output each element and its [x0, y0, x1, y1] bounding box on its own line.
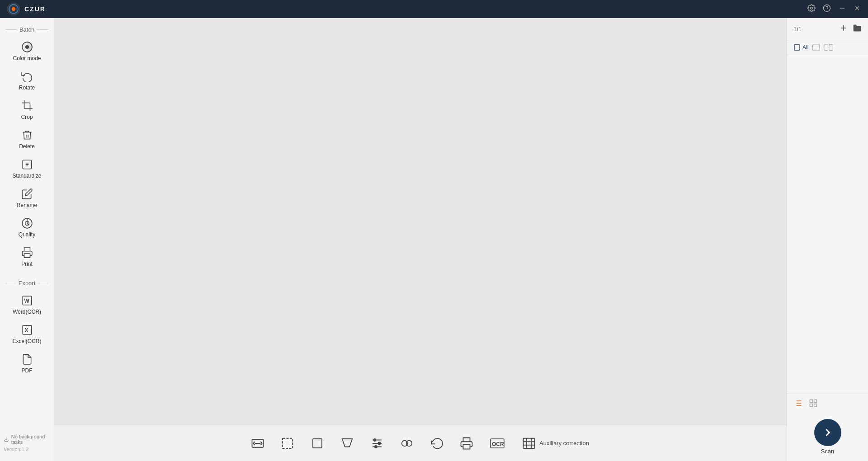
- help-icon[interactable]: [823, 4, 831, 14]
- app-logo: [7, 3, 20, 15]
- sidebar-item-word-ocr[interactable]: W Word(OCR): [0, 290, 54, 320]
- sidebar-item-standardize[interactable]: Standardize: [0, 154, 54, 183]
- minimize-icon[interactable]: [838, 4, 846, 14]
- sidebar-item-quality[interactable]: Quality: [0, 213, 54, 242]
- undo-button[interactable]: [426, 434, 447, 453]
- print-tool-icon: [460, 437, 473, 450]
- fit-width-icon: [251, 437, 264, 450]
- delete-icon: [21, 129, 33, 141]
- svg-rect-43: [813, 45, 820, 50]
- sidebar-item-label-standardize: Standardize: [12, 173, 41, 179]
- fit-width-button[interactable]: [247, 434, 268, 453]
- grid-view-button[interactable]: [809, 399, 818, 410]
- sidebar-item-label-color-mode: Color mode: [13, 55, 41, 61]
- svg-text:W: W: [24, 298, 29, 304]
- view-filter-all-button[interactable]: All: [793, 44, 808, 51]
- download-icon: [4, 436, 9, 442]
- combine-button[interactable]: [396, 434, 417, 453]
- svg-point-10: [25, 46, 28, 49]
- right-panel-header-icons: [839, 24, 862, 34]
- view-filter: All: [787, 40, 868, 55]
- auxiliary-correction-icon: [522, 437, 536, 450]
- close-icon[interactable]: [854, 5, 861, 14]
- pdf-icon: [21, 353, 33, 365]
- svg-rect-23: [313, 439, 322, 448]
- sidebar-item-print[interactable]: Print: [0, 242, 54, 272]
- sidebar-item-label-excel-ocr: Excel(OCR): [12, 338, 41, 344]
- svg-text:OCR: OCR: [492, 441, 504, 447]
- view-filter-single-button[interactable]: [812, 44, 820, 51]
- bottom-toolbar: OCR Auxiliary correction: [54, 425, 787, 461]
- selection-button[interactable]: [277, 434, 298, 453]
- excel-ocr-icon: X: [21, 324, 33, 336]
- export-label: Export: [19, 280, 36, 287]
- right-panel-header: 1/1: [787, 18, 868, 40]
- right-panel: 1/1 All: [787, 18, 868, 461]
- settings-icon[interactable]: [807, 4, 816, 14]
- page-counter: 1/1: [793, 26, 802, 33]
- no-background-tasks-text: No background tasks: [11, 434, 50, 445]
- background-tasks-status: No background tasks: [4, 434, 50, 445]
- word-ocr-icon: W: [21, 295, 33, 306]
- sidebar-item-crop[interactable]: Crop: [0, 95, 54, 125]
- undo-icon: [430, 437, 443, 450]
- svg-point-29: [375, 446, 377, 448]
- svg-rect-22: [283, 438, 293, 448]
- auxiliary-correction-button[interactable]: Auxiliary correction: [518, 434, 594, 453]
- scan-button[interactable]: [814, 419, 841, 446]
- sidebar-item-pdf[interactable]: PDF: [0, 349, 54, 378]
- adjust-button[interactable]: [367, 434, 387, 453]
- list-view-button[interactable]: [793, 399, 802, 410]
- quality-icon: [21, 217, 33, 229]
- sidebar-item-delete[interactable]: Delete: [0, 125, 54, 154]
- sidebar-footer: No background tasks Version:1.2: [0, 429, 54, 456]
- perspective-button[interactable]: [337, 434, 358, 453]
- svg-point-2: [12, 7, 15, 11]
- svg-rect-42: [794, 45, 800, 50]
- svg-point-28: [378, 442, 381, 444]
- ocr-icon: OCR: [490, 437, 505, 450]
- scan-container: Scan: [787, 414, 868, 461]
- sidebar-item-label-word-ocr: Word(OCR): [13, 309, 41, 315]
- sidebar-item-rotate[interactable]: Rotate: [0, 66, 54, 95]
- version-text: Version:1.2: [4, 447, 50, 452]
- right-panel-footer: [787, 394, 868, 414]
- standardize-icon: [21, 159, 33, 170]
- sidebar-item-label-crop: Crop: [21, 114, 33, 120]
- combine-icon: [400, 437, 414, 450]
- sidebar-item-label-rename: Rename: [17, 202, 37, 208]
- sidebar-item-label-quality: Quality: [19, 231, 35, 238]
- svg-rect-44: [824, 45, 828, 51]
- rotate-icon: [21, 71, 33, 82]
- folder-icon[interactable]: [853, 24, 862, 34]
- svg-rect-14: [24, 254, 30, 258]
- batch-line-right: [37, 29, 48, 30]
- view-all-label: All: [802, 44, 808, 51]
- batch-line-left: [5, 29, 17, 30]
- svg-rect-35: [524, 438, 535, 448]
- crop-tool-button[interactable]: [307, 434, 328, 453]
- view-dual-icon: [824, 44, 834, 51]
- export-section-label: Export: [0, 276, 54, 290]
- batch-label: Batch: [19, 26, 34, 33]
- print-tool-button[interactable]: [456, 434, 477, 453]
- print-icon: [21, 247, 33, 259]
- sidebar-item-rename[interactable]: Rename: [0, 183, 54, 213]
- color-mode-icon: [21, 41, 33, 53]
- view-single-icon: [812, 44, 820, 51]
- sidebar-item-excel-ocr[interactable]: X Excel(OCR): [0, 320, 54, 349]
- titlebar-left: CZUR: [7, 3, 46, 15]
- sidebar-item-color-mode[interactable]: Color mode: [0, 37, 54, 66]
- view-filter-dual-button[interactable]: [824, 44, 834, 51]
- content-area: OCR Auxiliary correction: [54, 18, 787, 461]
- sidebar: Batch Color mode Rotate: [0, 18, 54, 461]
- add-page-icon[interactable]: [839, 24, 848, 34]
- svg-rect-55: [814, 404, 817, 407]
- adjust-icon: [370, 437, 384, 450]
- auxiliary-correction-label: Auxiliary correction: [539, 440, 589, 447]
- crop-tool-icon: [311, 437, 324, 450]
- svg-rect-45: [829, 45, 833, 51]
- view-all-icon: [793, 44, 801, 51]
- app-title: CZUR: [24, 5, 46, 13]
- ocr-button[interactable]: OCR: [486, 434, 509, 453]
